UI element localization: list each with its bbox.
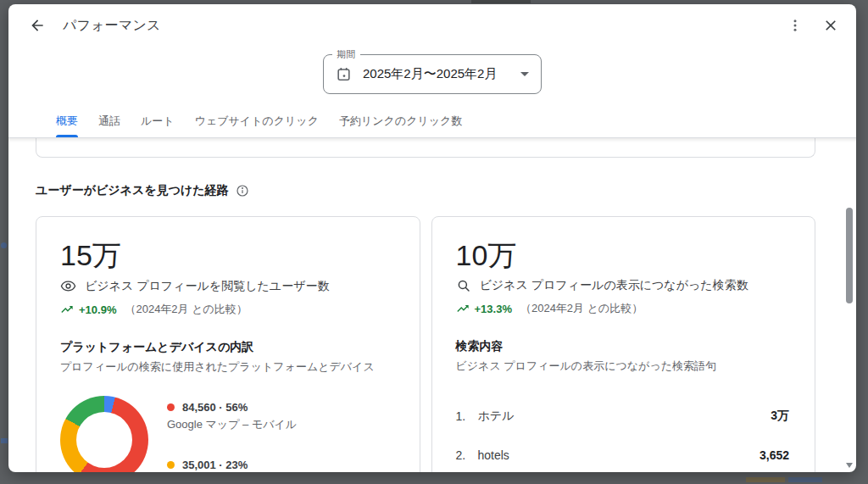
tab-overview[interactable]: 概要 [46,107,88,137]
tab-bar: 概要 通話 ルート ウェブサイトのクリック 予約リンクのクリック数 [8,107,856,138]
more-options-button[interactable] [782,12,809,39]
dialog-content: ユーザーがビジネスを見つけた経路 15万 ビジネス プロフィールを閲覧したユーザ… [8,138,856,472]
search-icon [456,278,471,293]
eye-icon [60,278,76,294]
dialog-header: パフォーマンス [8,4,856,47]
searches-comparison: （2024年2月 との比較） [520,301,643,316]
search-terms-subtitle: ビジネス プロフィールの表示につながった検索語句 [456,359,790,374]
background-artifact [746,477,785,482]
search-terms-list: 1. ホテル 3万 2. hotels 3,652 [456,397,790,472]
searches-delta: +13.3% [475,303,512,315]
background-artifact [471,0,531,3]
tab-website-clicks[interactable]: ウェブサイトのクリック [185,107,329,137]
legend-item-maps-mobile: 84,560 · 56% Google マップ – モバイル [167,401,297,432]
arrow-back-icon [29,17,46,34]
background-artifact [1,438,8,443]
kebab-menu-icon [787,18,803,33]
views-delta: +10.9% [79,303,116,316]
page-title: パフォーマンス [63,17,161,35]
trending-up-icon [60,303,74,316]
search-term-row: 1. ホテル 3万 [456,397,790,436]
tab-directions[interactable]: ルート [131,107,185,137]
date-range-select[interactable]: 期間 2025年2月〜2025年2月 [323,54,542,94]
searches-metric-label: ビジネス プロフィールの表示につながった検索数 [480,278,748,293]
scrollbar-down-arrow[interactable] [846,463,853,468]
legend-dot-red [167,403,175,411]
search-term-row: 2. hotels 3,652 [456,436,790,472]
legend-dot-orange [167,461,175,469]
period-value: 2025年2月〜2025年2月 [363,66,497,82]
section-heading: ユーザーがビジネスを見つけた経路 [36,183,815,198]
previous-card-cutoff [36,138,815,158]
period-field-label: 期間 [332,48,360,61]
platform-donut-chart[interactable] [60,396,148,472]
close-icon [822,17,839,34]
back-button[interactable] [24,12,51,39]
searches-big-number: 10万 [456,238,790,272]
views-big-number: 15万 [60,238,394,272]
dropdown-caret-icon [520,72,529,76]
breakdown-subtitle: プロフィールの検索に使用されたプラットフォームとデバイス [60,359,394,375]
close-button[interactable] [817,12,844,39]
searches-card: 10万 ビジネス プロフィールの表示につながった検索数 +13.3% （2024… [431,216,816,472]
views-comparison: （2024年2月 との比較） [125,302,247,317]
donut-legend: 84,560 · 56% Google マップ – モバイル 35,001 · … [167,396,297,472]
profile-views-card: 15万 ビジネス プロフィールを閲覧したユーザー数 +10.9% （2024年2… [36,216,420,472]
legend-item-search-mobile: 35,001 · 23% Google 検索 – モバイル [167,459,297,472]
views-metric-label: ビジネス プロフィールを閲覧したユーザー数 [85,279,329,294]
tab-calls[interactable]: 通話 [88,107,131,137]
breakdown-title: プラットフォームとデバイスの内訳 [60,340,394,355]
search-terms-title: 検索内容 [456,339,790,354]
performance-dialog: パフォーマンス 期間 2025年2月〜2025年2月 概要 通話 ルート ウ [8,4,856,472]
dialog-scrollbar-thumb[interactable] [846,208,853,303]
background-artifact [788,477,822,482]
calendar-icon [336,66,352,82]
trending-up-icon [456,302,470,315]
info-icon[interactable] [236,184,249,197]
section-title: ユーザーがビジネスを見つけた経路 [36,183,229,198]
background-artifact [1,242,7,248]
tab-booking-clicks[interactable]: 予約リンクのクリック数 [329,107,472,137]
